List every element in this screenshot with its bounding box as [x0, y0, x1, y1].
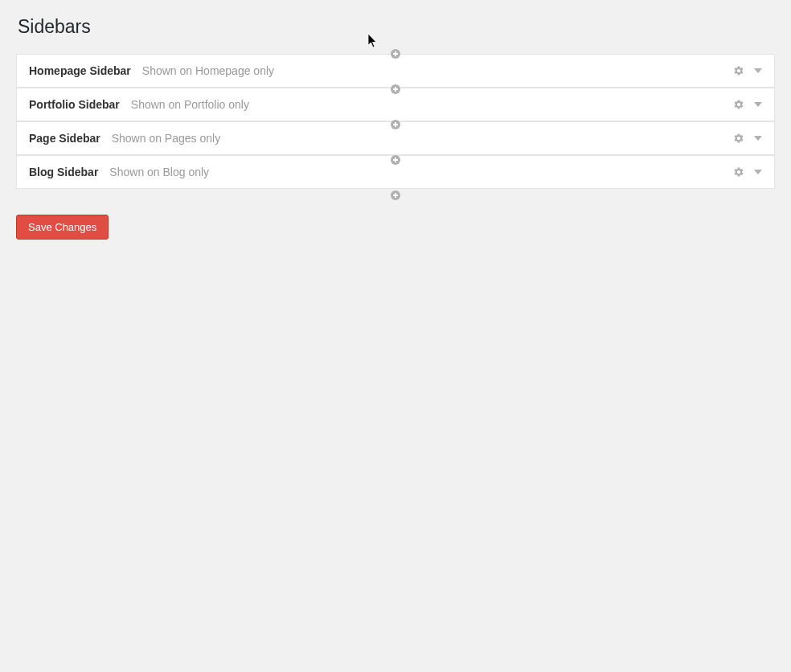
- chevron-down-icon[interactable]: [754, 136, 762, 141]
- gear-icon[interactable]: [733, 99, 744, 110]
- add-row-button[interactable]: [391, 155, 400, 165]
- row-actions: [733, 133, 762, 144]
- page-title: Sidebars: [18, 16, 775, 38]
- sidebar-desc: Shown on Pages only: [112, 132, 220, 145]
- sidebar-desc: Shown on Portfolio only: [131, 98, 249, 111]
- add-row-button[interactable]: [391, 120, 400, 129]
- gear-icon[interactable]: [733, 166, 744, 178]
- chevron-down-icon[interactable]: [754, 68, 762, 73]
- save-button[interactable]: Save Changes: [16, 215, 109, 240]
- sidebar-name: Blog Sidebar: [29, 166, 98, 178]
- add-row-button[interactable]: [391, 49, 400, 59]
- sidebar-name: Portfolio Sidebar: [29, 98, 120, 111]
- sidebar-name: Homepage Sidebar: [29, 64, 131, 77]
- row-actions: [733, 99, 762, 110]
- add-row-button[interactable]: [391, 84, 400, 94]
- chevron-down-icon[interactable]: [754, 170, 762, 174]
- sidebar-list: Homepage Sidebar Shown on Homepage only …: [16, 54, 775, 189]
- gear-icon[interactable]: [733, 65, 744, 76]
- sidebar-desc: Shown on Blog only: [109, 166, 209, 178]
- sidebar-desc: Shown on Homepage only: [142, 64, 274, 77]
- gear-icon[interactable]: [733, 133, 744, 144]
- add-row-button[interactable]: [391, 191, 400, 200]
- row-actions: [733, 166, 762, 178]
- sidebar-name: Page Sidebar: [29, 132, 100, 145]
- row-actions: [733, 65, 762, 76]
- sidebar-row[interactable]: Homepage Sidebar Shown on Homepage only: [16, 54, 775, 88]
- chevron-down-icon[interactable]: [754, 102, 762, 107]
